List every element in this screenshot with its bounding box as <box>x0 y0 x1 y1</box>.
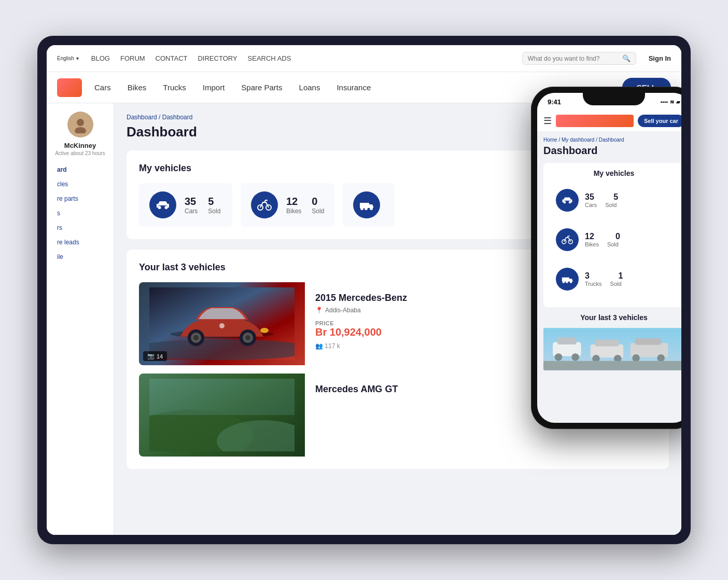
bikes-stat-card: 12 Bikes 0 Sold <box>241 183 334 227</box>
phone-notch <box>583 93 645 105</box>
user-status: Active about 23 hours <box>47 149 114 162</box>
phone-brand-logo <box>556 115 634 127</box>
svg-rect-35 <box>557 337 576 344</box>
phone-screen: 9:41 ▪▪▪▪ ≋ ▰ ☰ Sell your car <box>537 93 681 423</box>
phone-my-vehicles: My vehicles <box>543 163 681 307</box>
phone-trucks-stat: 3 Trucks 1 Sold <box>550 261 678 297</box>
phone-breadcrumb-current: Dashboard <box>599 137 624 143</box>
svg-point-15 <box>193 335 199 340</box>
phone-bikes-details: 12 Bikes 0 Sold <box>585 232 620 247</box>
phone-bikes-stat: 12 Bikes 0 Sold <box>550 222 678 257</box>
svg-point-8 <box>365 207 368 210</box>
photo-count-badge: 📷 14 <box>143 351 167 361</box>
cat-cars[interactable]: Cars <box>94 83 111 92</box>
bikes-stat-details: 12 Bikes 0 Sold <box>286 196 324 215</box>
phone-cars-count: 35 <box>585 192 597 202</box>
svg-rect-24 <box>149 379 295 415</box>
phone-page-title: Dashboard <box>543 145 681 157</box>
battery-icon: ▰ <box>676 99 680 105</box>
phone-last-vehicles-title: Your last 3 vehicles <box>543 313 681 322</box>
phone-bikes-label: Bikes <box>585 241 599 247</box>
phone-trucks-label: Trucks <box>585 281 602 287</box>
language-selector[interactable]: English ▾ <box>57 56 79 61</box>
svg-point-37 <box>571 353 579 361</box>
cars-stat-details: 35 Cars 5 Sold <box>185 196 220 215</box>
phone-bikes-sold-label: Sold <box>607 241 620 247</box>
signin-button[interactable]: Sign In <box>649 54 671 62</box>
cat-spare-parts[interactable]: Spare Parts <box>241 83 282 92</box>
cat-import[interactable]: Import <box>203 83 225 92</box>
svg-point-44 <box>632 354 640 362</box>
cat-loans[interactable]: Loans <box>299 83 320 92</box>
sidebar-item-spare-parts[interactable]: re parts <box>53 191 107 206</box>
cat-trucks[interactable]: Trucks <box>163 83 186 92</box>
phone-device: 9:41 ▪▪▪▪ ≋ ▰ ☰ Sell your car <box>531 87 681 429</box>
tablet-screen: English ▾ BLOG FORUM CONTACT DIRECTORY S… <box>47 45 681 535</box>
sidebar-item-leads[interactable]: re leads <box>53 235 107 250</box>
phone-my-vehicles-title: My vehicles <box>550 169 678 177</box>
svg-point-20 <box>219 323 225 328</box>
brand-logo <box>57 78 82 97</box>
breadcrumb-current: Dashboard <box>162 114 193 121</box>
svg-point-19 <box>260 328 269 333</box>
svg-rect-39 <box>595 340 619 347</box>
blog-link[interactable]: BLOG <box>91 54 110 62</box>
vehicle-image-2 <box>139 374 305 457</box>
svg-point-11 <box>149 339 295 360</box>
cars-sold-label: Sold <box>208 208 220 215</box>
views-icon: 👥 <box>315 342 323 350</box>
truck-icon <box>353 191 380 218</box>
breadcrumb-separator: / <box>159 114 162 121</box>
phone-bikes-sold: 0 <box>615 232 620 241</box>
sidebar-item-dashboard[interactable]: ard <box>53 162 107 177</box>
svg-point-36 <box>555 353 563 361</box>
contact-link[interactable]: CONTACT <box>156 54 188 62</box>
svg-point-3 <box>165 206 168 209</box>
phone-trucks-count: 3 <box>585 271 602 281</box>
phone-car-image <box>543 326 681 372</box>
searchads-link[interactable]: SEARCH ADS <box>248 54 291 62</box>
svg-point-26 <box>569 201 571 204</box>
phone-cars-details: 35 Cars 5 Sold <box>585 192 618 208</box>
phone-cars-label: Cars <box>585 202 597 208</box>
directory-link[interactable]: DIRECTORY <box>198 54 237 62</box>
location-text-1: Addis-Ababa <box>325 307 361 314</box>
language-label: English <box>57 56 74 61</box>
cat-bikes[interactable]: Bikes <box>128 83 147 92</box>
svg-point-30 <box>563 281 565 283</box>
cars-label: Cars <box>185 208 198 215</box>
phone-sell-button[interactable]: Sell your car <box>638 115 681 127</box>
avatar-image <box>67 112 93 137</box>
car-icon <box>149 191 176 218</box>
phone-time: 9:41 <box>548 98 561 106</box>
svg-point-18 <box>245 335 250 340</box>
wifi-icon: ≋ <box>670 99 674 105</box>
forum-link[interactable]: FORUM <box>120 54 145 62</box>
svg-point-1 <box>75 127 86 133</box>
top-navigation: English ▾ BLOG FORUM CONTACT DIRECTORY S… <box>47 45 681 72</box>
search-icon: 🔍 <box>622 54 631 62</box>
phone-cars-stat: 35 Cars 5 Sold <box>550 183 678 218</box>
sidebar-item-vehicles[interactable]: cles <box>53 177 107 191</box>
hamburger-icon[interactable]: ☰ <box>543 115 552 127</box>
tablet-device: English ▾ BLOG FORUM CONTACT DIRECTORY S… <box>37 36 691 544</box>
phone-car-icon <box>556 189 579 212</box>
sidebar-item-profile[interactable]: ile <box>53 250 107 264</box>
phone-breadcrumb-mydash: My dashboard <box>562 137 594 143</box>
sidebar-item-item5[interactable]: rs <box>53 220 107 235</box>
phone-status-icons: ▪▪▪▪ ≋ ▰ <box>661 99 680 105</box>
bikes-count: 12 <box>286 196 301 208</box>
bikes-sold-label: Sold <box>312 208 324 215</box>
svg-point-0 <box>77 119 84 126</box>
search-input[interactable] <box>528 55 618 62</box>
location-pin-icon: 📍 <box>315 307 323 314</box>
phone-breadcrumb-home: Home <box>543 137 557 143</box>
camera-icon: 📷 <box>147 353 155 360</box>
search-bar[interactable]: 🔍 <box>522 52 636 65</box>
chevron-down-icon: ▾ <box>76 56 79 61</box>
cat-insurance[interactable]: Insurance <box>337 83 371 92</box>
vehicle-image-1: 📷 14 <box>139 282 305 365</box>
sidebar-item-item4[interactable]: s <box>53 206 107 220</box>
phone-breadcrumb: Home / My dashboard / Dashboard <box>543 137 681 143</box>
cars-stat-card: 35 Cars 5 Sold <box>139 183 232 227</box>
